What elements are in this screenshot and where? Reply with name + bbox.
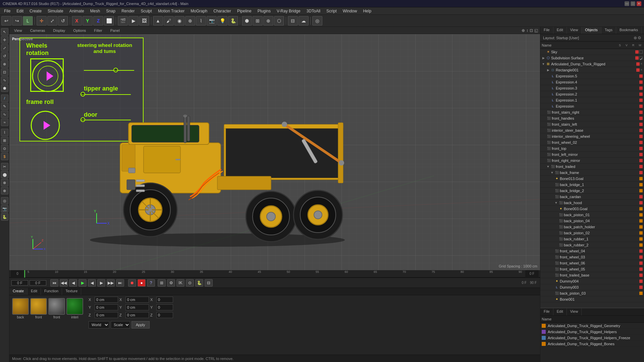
tb-bbox[interactable]: ⬜ [104,16,114,25]
menu-create[interactable]: Create [27,8,44,14]
object-front-right-mirror[interactable]: ⬛ front_right_mirror [540,158,644,164]
object-front-stairs-right[interactable]: ⬛ front_stairs_right [540,109,644,115]
transport-record-opts[interactable]: ● [138,279,146,287]
object-front-trailed[interactable]: ▼ ⬛ front_trailed [540,164,644,170]
y-size-input[interactable] [125,304,149,310]
viewport-tab-display[interactable]: Display [50,28,68,33]
lt-pen[interactable]: ✎ [1,103,8,110]
menu-file[interactable]: File [1,8,13,14]
tb-live[interactable]: L [23,16,33,25]
transport-IK[interactable]: IK [176,279,184,287]
tab-texture[interactable]: Texture [62,288,81,295]
transport-help[interactable]: ? [147,279,155,287]
lt-pointer[interactable]: ↖ [1,28,8,36]
viewport-tab-options[interactable]: Options [70,28,89,33]
object-front-stairs-left[interactable]: ⬛ front_stairs_left [540,121,644,127]
lt-scale[interactable]: ⤢ [1,44,8,52]
tb-y[interactable]: Y [83,16,93,25]
lt-snap2[interactable]: ⊙ [1,145,8,152]
menu-window[interactable]: Window [340,8,360,14]
lt-measure[interactable]: ⌇ [1,129,8,136]
object-back-piston03[interactable]: ⬛ back_piston_03 [540,290,644,296]
transport-play-reverse[interactable]: ◀ [88,279,96,287]
object-expr4[interactable]: L Expression.4 [540,79,644,85]
current-frame-display[interactable]: 0 F [11,280,28,286]
tb-deform[interactable]: ⬢ [242,16,252,25]
object-expr3[interactable]: L Expression.3 [540,85,644,91]
object-back-piston01[interactable]: ⬛ back_piston_01 [540,212,644,218]
lt-lasso[interactable]: ∿ [1,76,8,84]
lt-rect-select[interactable]: ⊡ [1,68,8,76]
viewport-tab-view[interactable]: View [11,28,25,33]
tb-paint[interactable]: 🖌 [164,16,174,25]
object-back-hood[interactable]: ▼ ⬛ back_hood [540,200,644,206]
object-expr5[interactable]: L Expression.5 [540,73,644,79]
right-tab-bookmarks[interactable]: Bookmarks [616,27,642,34]
transport-motion[interactable]: ⚙ [167,279,175,287]
object-bone003goal[interactable]: ✦ Bone003.Goal [540,206,644,212]
object-back-cardan[interactable]: ⬛ back_cardan [540,194,644,200]
menu-help[interactable]: Help [360,8,374,14]
tb-material[interactable]: ◎ [312,16,322,25]
material-interior[interactable]: interi [66,298,83,352]
y-rot-input[interactable] [156,304,173,310]
viewport-tab-panel[interactable]: Panel [108,28,122,33]
lt-python2[interactable]: 🐍 [1,213,8,221]
tb-instance[interactable]: ⬡ [274,16,284,25]
object-front-wheel04[interactable]: ⬛ front_wheel_04 [540,248,644,254]
object-back-piston02[interactable]: ⬛ back_piston_02 [540,230,644,236]
y-pos-input[interactable] [95,304,118,310]
lower-right-tab-file[interactable]: File [540,308,553,315]
x-size-input[interactable] [125,297,149,303]
lt-brush[interactable]: ⬤ [1,171,8,178]
lt-xform[interactable]: $ [1,153,8,160]
object-back-bridge1[interactable]: ⬛ back_bridge_1 [540,182,644,188]
transport-keying[interactable]: ⊞ [158,279,166,287]
material-front-1[interactable]: front [30,298,47,352]
minimize-button[interactable]: — [625,1,629,6]
transport-play[interactable]: ▶ [78,279,87,287]
menu-script[interactable]: Script [324,8,339,14]
tb-hair[interactable]: ⌇ [196,16,206,25]
lt-material2[interactable]: ◎ [1,197,8,204]
tb-bool[interactable]: ⊕ [263,16,273,25]
object-bone013goal[interactable]: ✦ Bone013.Goal [540,176,644,182]
viewport-ctrl-2[interactable]: ↕ [526,28,528,33]
right-tab-edit[interactable]: Edit [553,27,567,34]
menu-mograph[interactable]: MoGraph [188,8,210,14]
object-front-wheel03[interactable]: ⬛ front_wheel_03 [540,254,644,260]
object-expr1[interactable]: L Expression.1 [540,97,644,103]
menu-plugins[interactable]: Plugins [255,8,273,14]
tb-move[interactable]: ✛ [37,16,47,25]
tb-scale[interactable]: ⤢ [47,16,57,25]
material-bones[interactable]: Articulated_Dump_Truck_Rigged_Bones [540,341,644,347]
lower-right-tab-view[interactable]: View [567,308,582,315]
tb-render-region[interactable]: 🎬 [118,16,128,25]
transport-grid-btn[interactable]: ⊟ [205,279,213,287]
right-tab-view[interactable]: View [567,27,582,34]
object-back-frame[interactable]: ▼ ⬛ back_frame [540,170,644,176]
object-expr2[interactable]: L Expression.2 [540,91,644,97]
menu-snap[interactable]: Snap [103,8,118,14]
lt-smooth[interactable]: ≈ [1,119,8,126]
transport-next[interactable]: ▶▶ [107,279,115,287]
viewport-ctrl-4[interactable]: ◱ [534,28,538,33]
tb-redo[interactable]: ↪ [12,16,22,25]
menu-sculpt[interactable]: Sculpt [138,8,155,14]
lt-axis[interactable]: ⊞ [1,137,8,144]
menu-simulate[interactable]: Simulate [45,8,66,14]
tb-light[interactable]: 💡 [217,16,227,25]
menu-render[interactable]: Render [119,8,137,14]
tb-rotate[interactable]: ↺ [58,16,68,25]
lt-line[interactable]: / [1,95,8,102]
menu-3dtoall[interactable]: 3DToAll [304,8,323,14]
transport-prev[interactable]: ◀◀ [60,279,68,287]
apply-button[interactable]: Apply [131,321,150,328]
tb-render-to[interactable]: 🖼 [139,16,149,25]
tab-function[interactable]: Function [41,288,62,295]
close-button[interactable]: ✕ [637,1,641,6]
z-pos-input[interactable] [95,312,118,318]
tab-create[interactable]: Create [9,288,28,295]
viewport-3d[interactable]: Perspective Grid Spacing : 1000 cm Wheel… [9,34,540,270]
lt-poly-select[interactable]: ⬟ [1,84,8,92]
